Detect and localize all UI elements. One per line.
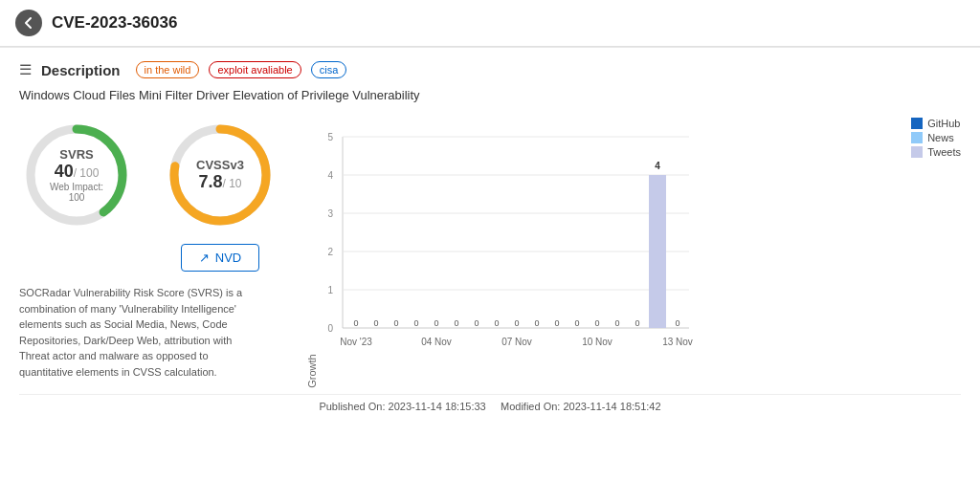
published-date: 2023-11-14 18:15:33	[389, 401, 486, 412]
svg-text:07 Nov: 07 Nov	[501, 337, 532, 347]
badge-exploit: exploit avaliable	[209, 61, 301, 78]
legend-news-color	[911, 132, 923, 143]
chart-container: GitHub News Tweets Growth	[306, 118, 961, 388]
footer-dates: Published On: 2023-11-14 18:15:33 Modifi…	[19, 394, 961, 412]
svg-text:10 Nov: 10 Nov	[582, 337, 612, 347]
cvss-name: CVSSv3	[196, 158, 244, 172]
svrs-gauge-wrap: SVRS 40/ 100 Web Impact: 100	[19, 118, 134, 232]
main-content: ☰ Description in the wild exploit avalia…	[0, 48, 980, 422]
svrs-score: 40/ 100	[48, 162, 105, 182]
content-row: SVRS 40/ 100 Web Impact: 100	[19, 118, 961, 388]
cvss-gauge-wrap: CVSSv3 7.8/ 10	[163, 118, 278, 232]
legend-news: News	[911, 132, 961, 143]
svg-text:0: 0	[614, 318, 619, 328]
legend-github-label: GitHub	[927, 118, 960, 129]
cvss-gauge: CVSSv3 7.8/ 10 ↗ NVD	[163, 118, 278, 272]
nvd-label: NVD	[215, 251, 241, 265]
svg-text:0: 0	[675, 318, 679, 328]
section-title: Description	[41, 62, 121, 78]
svg-text:4: 4	[655, 161, 660, 171]
svg-text:3: 3	[327, 208, 333, 219]
legend-news-label: News	[927, 132, 954, 143]
description-icon: ☰	[19, 61, 32, 78]
svg-text:0: 0	[514, 318, 519, 328]
back-button[interactable]	[15, 10, 42, 36]
bar-chart: Growth 1 2 3 4	[306, 118, 718, 385]
nvd-button[interactable]: ↗ NVD	[181, 244, 259, 272]
chart-panel: GitHub News Tweets Growth	[287, 118, 961, 388]
svg-text:0: 0	[353, 318, 358, 328]
svg-text:0: 0	[327, 323, 333, 334]
svg-text:0: 0	[413, 318, 418, 328]
badge-in-the-wild: in the wild	[136, 61, 200, 78]
svrs-web-impact: Web Impact: 100	[48, 182, 105, 203]
cvss-score: 7.8/ 10	[196, 172, 244, 192]
svrs-description: SOCRadar Vulnerability Risk Score (SVRS)…	[19, 285, 249, 380]
svg-text:4: 4	[327, 170, 333, 181]
bar-15	[649, 175, 666, 328]
legend-github: GitHub	[911, 118, 961, 129]
svg-text:04 Nov: 04 Nov	[421, 337, 452, 347]
cvss-label: CVSSv3 7.8/ 10	[196, 158, 244, 192]
published-label: Published On:	[319, 401, 385, 412]
svg-text:0: 0	[594, 318, 599, 328]
left-panel: SVRS 40/ 100 Web Impact: 100	[19, 118, 287, 388]
page-title: CVE-2023-36036	[52, 13, 177, 33]
svg-text:0: 0	[434, 318, 438, 328]
legend-tweets-label: Tweets	[927, 146, 961, 158]
gauges-row: SVRS 40/ 100 Web Impact: 100	[19, 118, 287, 272]
badge-cisa: cisa	[311, 61, 347, 78]
svg-text:0: 0	[635, 318, 639, 328]
legend-tweets: Tweets	[911, 146, 961, 158]
svrs-gauge: SVRS 40/ 100 Web Impact: 100	[19, 118, 134, 232]
svg-text:0: 0	[554, 318, 559, 328]
chart-legend: GitHub News Tweets	[911, 118, 961, 161]
svg-text:Nov '23: Nov '23	[340, 337, 372, 347]
section-header: ☰ Description in the wild exploit avalia…	[19, 61, 961, 78]
svg-text:0: 0	[474, 318, 479, 328]
svg-text:0: 0	[534, 318, 539, 328]
svg-text:0: 0	[494, 318, 499, 328]
svrs-label: SVRS 40/ 100 Web Impact: 100	[48, 147, 105, 203]
svg-text:13 Nov: 13 Nov	[662, 337, 693, 347]
vuln-title: Windows Cloud Files Mini Filter Driver E…	[19, 88, 961, 102]
legend-tweets-color	[911, 146, 923, 158]
svg-text:1: 1	[327, 285, 333, 295]
svg-text:5: 5	[327, 132, 333, 142]
modified-date: 2023-11-14 18:51:42	[563, 401, 660, 412]
svg-text:0: 0	[574, 318, 579, 328]
nvd-icon: ↗	[199, 251, 210, 265]
y-axis-label: Growth	[306, 354, 318, 387]
svg-text:2: 2	[327, 247, 333, 257]
legend-github-color	[911, 118, 923, 129]
modified-label: Modified On:	[501, 401, 560, 412]
header: CVE-2023-36036	[0, 0, 980, 47]
svg-text:0: 0	[454, 318, 458, 328]
svg-text:0: 0	[373, 318, 378, 328]
svg-text:0: 0	[393, 318, 398, 328]
svrs-name: SVRS	[48, 147, 105, 162]
